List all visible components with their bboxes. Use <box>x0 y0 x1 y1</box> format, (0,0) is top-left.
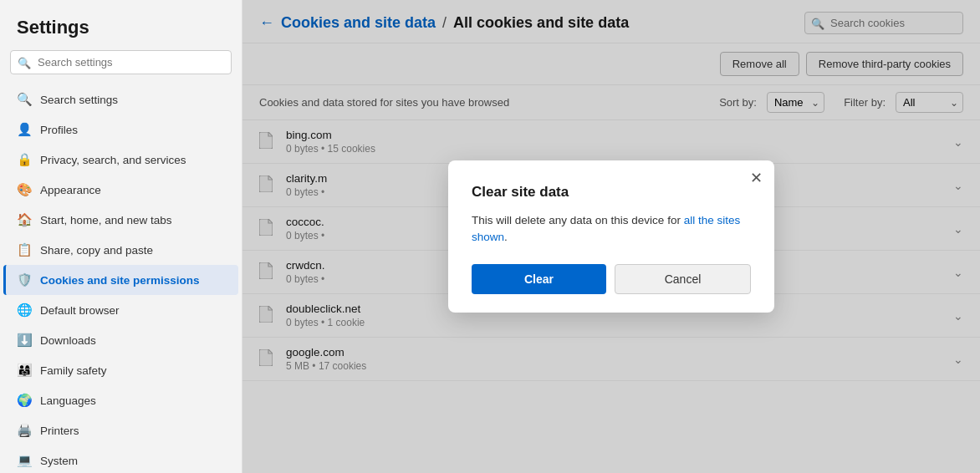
modal-overlay: ✕ Clear site data This will delete any d… <box>242 0 980 473</box>
modal-description: This will delete any data on this device… <box>472 212 751 247</box>
sidebar-label-system: System <box>40 455 78 467</box>
sidebar-icon-profiles: 👤 <box>17 122 32 137</box>
sidebar-item-downloads[interactable]: ⬇️ Downloads <box>3 325 238 355</box>
sidebar-icon-downloads: ⬇️ <box>17 333 32 348</box>
sidebar-label-downloads: Downloads <box>40 334 96 347</box>
sidebar-item-search-settings[interactable]: 🔍 Search settings <box>3 84 238 114</box>
sidebar-item-printers[interactable]: 🖨️ Printers <box>3 415 238 445</box>
sidebar-icon-family-safety: 👨‍👩‍👧 <box>17 363 32 378</box>
modal-actions: Clear Cancel <box>472 264 751 294</box>
sidebar-item-cookies[interactable]: 🛡️ Cookies and site permissions <box>3 265 238 295</box>
modal-box: ✕ Clear site data This will delete any d… <box>448 160 774 313</box>
search-settings-wrapper: 🔍 <box>10 50 232 74</box>
sidebar-icon-appearance: 🎨 <box>17 182 32 197</box>
sidebar-icon-cookies: 🛡️ <box>17 272 32 287</box>
sidebar-icon-search-settings: 🔍 <box>17 92 32 107</box>
sidebar-label-privacy: Privacy, search, and services <box>40 154 186 166</box>
modal-clear-button[interactable]: Clear <box>472 264 606 294</box>
sidebar-label-default-browser: Default browser <box>40 304 120 317</box>
main-content: ← Cookies and site data / All cookies an… <box>242 0 980 473</box>
sidebar-label-profiles: Profiles <box>40 124 78 136</box>
sidebar-icon-share-copy: 📋 <box>17 242 32 257</box>
sidebar-icon-default-browser: 🌐 <box>17 303 32 318</box>
sidebar-item-default-browser[interactable]: 🌐 Default browser <box>3 295 238 325</box>
sidebar-label-printers: Printers <box>40 425 79 437</box>
modal-cancel-button[interactable]: Cancel <box>615 264 751 294</box>
sidebar-icon-start-home: 🏠 <box>17 212 32 227</box>
sidebar: Settings 🔍 🔍 Search settings👤 Profiles🔒 … <box>0 0 242 473</box>
modal-title: Clear site data <box>472 184 751 201</box>
sidebar-icon-printers: 🖨️ <box>17 423 32 438</box>
sidebar-item-start-home[interactable]: 🏠 Start, home, and new tabs <box>3 205 238 235</box>
sidebar-item-share-copy[interactable]: 📋 Share, copy and paste <box>3 235 238 265</box>
search-settings-icon: 🔍 <box>18 56 31 69</box>
sidebar-label-languages: Languages <box>40 394 96 407</box>
modal-desc-post: . <box>504 231 508 243</box>
sidebar-item-family-safety[interactable]: 👨‍👩‍👧 Family safety <box>3 355 238 385</box>
sidebar-label-search-settings: Search settings <box>40 94 118 106</box>
sidebar-nav: 🔍 Search settings👤 Profiles🔒 Privacy, se… <box>0 81 242 473</box>
sidebar-item-system[interactable]: 💻 System <box>3 445 238 473</box>
sidebar-label-appearance: Appearance <box>40 184 101 196</box>
sidebar-label-family-safety: Family safety <box>40 364 107 377</box>
modal-desc-pre: This will delete any data on this device… <box>472 214 684 226</box>
sidebar-item-languages[interactable]: 🌍 Languages <box>3 385 238 415</box>
sidebar-icon-languages: 🌍 <box>17 393 32 408</box>
sidebar-icon-system: 💻 <box>17 453 32 468</box>
sidebar-label-share-copy: Share, copy and paste <box>40 244 153 257</box>
sidebar-item-profiles[interactable]: 👤 Profiles <box>3 114 238 145</box>
modal-close-button[interactable]: ✕ <box>750 170 763 186</box>
sidebar-item-privacy[interactable]: 🔒 Privacy, search, and services <box>3 145 238 175</box>
sidebar-item-appearance[interactable]: 🎨 Appearance <box>3 175 238 205</box>
app-title: Settings <box>0 0 242 50</box>
sidebar-label-start-home: Start, home, and new tabs <box>40 214 172 226</box>
search-settings-input[interactable] <box>10 50 232 74</box>
sidebar-icon-privacy: 🔒 <box>17 152 32 167</box>
sidebar-label-cookies: Cookies and site permissions <box>40 274 200 287</box>
